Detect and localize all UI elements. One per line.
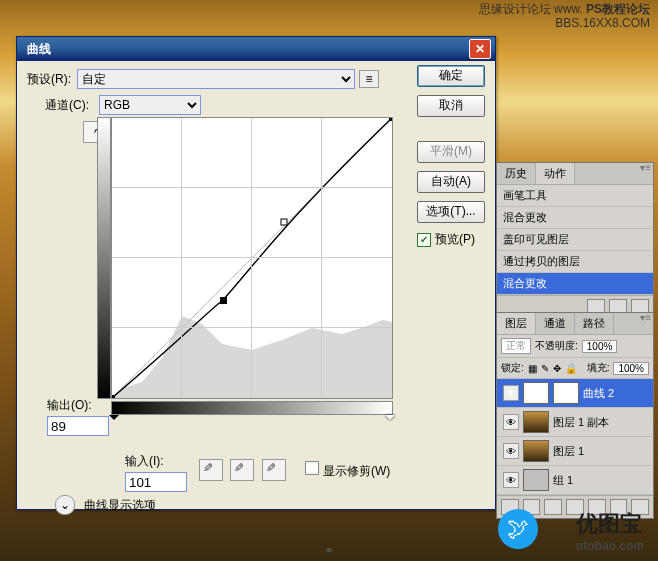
auto-button[interactable]: 自动(A) xyxy=(417,171,485,193)
layer-thumb-icon xyxy=(523,440,549,462)
curve-grid[interactable] xyxy=(111,117,393,399)
visibility-icon[interactable]: 👁 xyxy=(503,414,519,430)
layers-panel: ▾≡ 图层 通道 路径 正常 不透明度: 100% 锁定: ▦ ✎ ✥ 🔒 填充… xyxy=(496,312,654,519)
visibility-icon[interactable]: 👁 xyxy=(503,385,519,401)
tab-paths[interactable]: 路径 xyxy=(575,313,614,334)
tab-history[interactable]: 历史 xyxy=(497,163,536,184)
tab-actions[interactable]: 动作 xyxy=(536,163,575,184)
preview-checkbox[interactable]: ✔预览(P) xyxy=(417,231,483,248)
lock-paint-icon[interactable]: ✎ xyxy=(541,363,549,374)
smooth-button: 平滑(M) xyxy=(417,141,485,163)
lock-all-icon[interactable]: 🔒 xyxy=(565,363,577,374)
output-field[interactable] xyxy=(47,416,109,436)
eyedropper-group xyxy=(199,459,290,484)
mask-icon[interactable] xyxy=(544,499,562,515)
mask-thumb-icon xyxy=(553,382,579,404)
preset-menu-icon[interactable]: ≡ xyxy=(359,70,379,88)
show-clipping-checkbox[interactable]: 显示修剪(W) xyxy=(305,461,390,480)
svg-rect-3 xyxy=(389,118,392,121)
lock-move-icon[interactable]: ✥ xyxy=(553,363,561,374)
bird-logo-icon: 🕊 xyxy=(498,509,538,549)
tab-channels[interactable]: 通道 xyxy=(536,313,575,334)
history-item[interactable]: 盖印可见图层 xyxy=(497,229,653,251)
svg-rect-4 xyxy=(220,297,227,304)
fill-field[interactable]: 100% xyxy=(613,362,649,375)
white-eyedropper-icon[interactable] xyxy=(262,459,286,481)
output-label: 输出(O): xyxy=(47,397,109,414)
svg-rect-2 xyxy=(112,395,115,398)
layer-row[interactable]: 👁 图层 1 副本 xyxy=(497,408,653,437)
preset-label: 预设(R): xyxy=(27,71,71,88)
curve-display-options-toggle[interactable]: ⌄ 曲线显示选项 xyxy=(55,495,156,515)
lock-pixels-icon[interactable]: ▦ xyxy=(528,363,537,374)
white-point-slider[interactable] xyxy=(385,415,395,425)
opacity-label: 不透明度: xyxy=(535,339,578,353)
output-gradient xyxy=(97,117,111,399)
input-group: 输入(I): xyxy=(125,453,187,492)
dialog-title: 曲线 xyxy=(21,41,469,58)
watermark: 思缘设计论坛 www. PS教程论坛 BBS.16XX8.COM xyxy=(479,2,650,30)
output-group: 输出(O): xyxy=(47,397,109,436)
titlebar[interactable]: 曲线 ✕ xyxy=(17,37,495,61)
tab-layers[interactable]: 图层 xyxy=(497,313,536,334)
black-eyedropper-icon[interactable] xyxy=(199,459,223,481)
lock-label: 锁定: xyxy=(501,361,524,375)
layer-thumb-icon xyxy=(523,411,549,433)
visibility-icon[interactable]: 👁 xyxy=(503,472,519,488)
link-chain-icon: ⚭ xyxy=(324,543,334,557)
black-point-slider[interactable] xyxy=(109,415,119,425)
cancel-button[interactable]: 取消 xyxy=(417,95,485,117)
channel-select[interactable]: RGB xyxy=(99,95,201,115)
channel-label: 通道(C): xyxy=(45,97,89,114)
panel-menu-icon[interactable]: ▾≡ xyxy=(640,312,651,323)
chevron-down-icon: ⌄ xyxy=(55,495,75,515)
utobao-logo: 优图宝utobao.com xyxy=(576,509,644,553)
history-item[interactable]: 混合更改 xyxy=(497,273,653,295)
blend-mode-select[interactable]: 正常 xyxy=(501,338,531,354)
history-panel: ▾≡ 历史 动作 画笔工具 混合更改 盖印可见图层 通过拷贝的图层 混合更改 xyxy=(496,162,654,319)
layer-row[interactable]: 👁 曲线 2 xyxy=(497,379,653,408)
history-item[interactable]: 混合更改 xyxy=(497,207,653,229)
visibility-icon[interactable]: 👁 xyxy=(503,443,519,459)
curves-dialog: 曲线 ✕ 预设(R): 自定 ≡ 通道(C): RGB ∿ ✎ xyxy=(16,36,496,510)
layers-list: 👁 曲线 2 👁 图层 1 副本 👁 图层 1 👁 组 1 xyxy=(497,379,653,495)
input-label: 输入(I): xyxy=(125,453,187,470)
layer-row[interactable]: 👁 图层 1 xyxy=(497,437,653,466)
close-icon[interactable]: ✕ xyxy=(469,39,491,59)
preset-select[interactable]: 自定 xyxy=(77,69,355,89)
opacity-field[interactable]: 100% xyxy=(582,340,618,353)
svg-rect-5 xyxy=(281,219,287,225)
options-button[interactable]: 选项(T)... xyxy=(417,201,485,223)
history-list: 画笔工具 混合更改 盖印可见图层 通过拷贝的图层 混合更改 xyxy=(497,185,653,295)
gray-eyedropper-icon[interactable] xyxy=(230,459,254,481)
history-item[interactable]: 画笔工具 xyxy=(497,185,653,207)
curve-svg xyxy=(112,118,392,398)
layer-row[interactable]: 👁 组 1 xyxy=(497,466,653,495)
fill-label: 填充: xyxy=(587,361,610,375)
input-gradient xyxy=(111,401,393,415)
dialog-right-column: 确定 取消 平滑(M) 自动(A) 选项(T)... ✔预览(P) xyxy=(417,65,483,248)
history-item[interactable]: 通过拷贝的图层 xyxy=(497,251,653,273)
ok-button[interactable]: 确定 xyxy=(417,65,485,87)
panel-menu-icon[interactable]: ▾≡ xyxy=(640,162,651,173)
group-icon xyxy=(523,469,549,491)
adjustment-thumb-icon xyxy=(523,382,549,404)
svg-marker-0 xyxy=(112,316,392,398)
input-field[interactable] xyxy=(125,472,187,492)
